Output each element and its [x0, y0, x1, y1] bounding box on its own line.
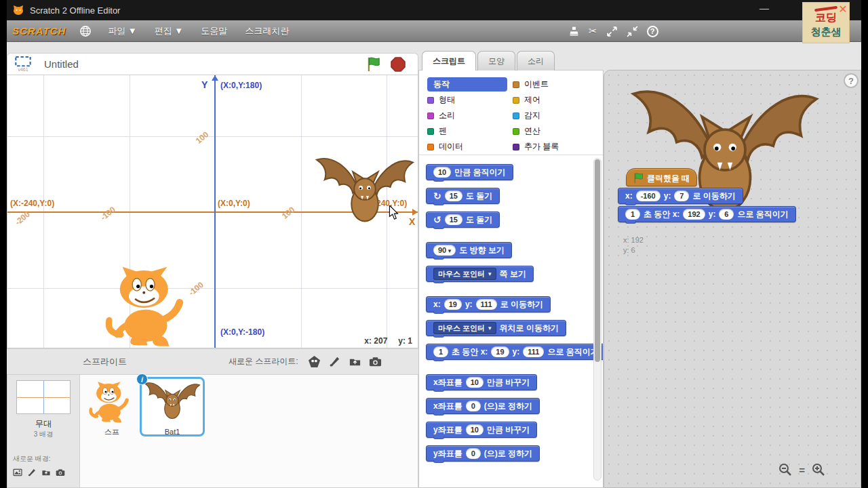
stop-button[interactable] — [391, 57, 406, 72]
category-9[interactable]: 데이터 — [427, 140, 513, 154]
block-text: 클릭했을 때 — [647, 173, 690, 184]
number-input[interactable]: 15 — [445, 190, 462, 201]
upload-backdrop-icon[interactable] — [41, 468, 51, 477]
block-change-y[interactable]: y좌표를10만큼 바꾸기 — [426, 422, 537, 438]
category-7[interactable]: 펜 — [427, 124, 513, 138]
upload-sprite-icon[interactable] — [349, 355, 361, 368]
number-input[interactable]: 7 — [674, 190, 689, 201]
sprite-info-badge[interactable]: i — [136, 373, 148, 385]
block-turn-cw[interactable]: ↻15도 돌기 — [426, 188, 500, 204]
category-color-square — [513, 144, 519, 150]
block-glide-to-xy[interactable]: 1초 동안 x:192y:6으로 움직이기 — [618, 206, 796, 222]
zoom-in-icon[interactable] — [812, 463, 825, 476]
number-dropdown[interactable]: 90 — [433, 245, 456, 256]
category-10[interactable]: 추가 블록 — [513, 140, 599, 154]
backdrop-library-icon[interactable] — [13, 468, 22, 477]
help-button[interactable]: ? — [844, 73, 859, 88]
block-group: 10만큼 움직이기↻15도 돌기↺15도 돌기 — [426, 164, 603, 228]
block-set-y[interactable]: y좌표를0(으)로 정하기 — [426, 445, 540, 462]
duplicate-stamp-icon[interactable] — [568, 26, 580, 37]
block-row: 1초 동안 x:19y:111으로 움직이기 — [426, 344, 603, 360]
scrollbar-thumb[interactable] — [595, 159, 600, 362]
project-title[interactable]: Untitled — [44, 58, 79, 70]
menu-item-4[interactable]: 스크래치란 — [238, 22, 296, 40]
scripts-area[interactable]: x: 192 y: 6 클릭했을 때x:-160y:7로 이동하기1초 동안 x… — [604, 70, 861, 488]
sprite-thumbnail-bat-selected[interactable]: i Bat1 — [140, 377, 205, 436]
category-5[interactable]: 소리 — [427, 108, 513, 123]
stage-sprite-cat[interactable] — [101, 265, 199, 348]
tab-1[interactable]: 스크립트 — [422, 51, 476, 70]
category-8[interactable]: 연산 — [513, 124, 599, 138]
minimize-button[interactable]: — — [755, 3, 773, 14]
number-input[interactable]: 6 — [719, 209, 734, 220]
number-input[interactable]: 192 — [683, 209, 705, 220]
menu-item-3[interactable]: 도움말 — [194, 22, 234, 40]
close-button[interactable]: ✕ — [834, 3, 852, 16]
stage-thumbnail[interactable] — [16, 380, 71, 414]
category-6[interactable]: 감지 — [513, 108, 599, 123]
paintbrush-icon[interactable] — [27, 468, 37, 477]
stage-sprite-bat[interactable] — [311, 151, 418, 232]
block-text: 만큼 바꾸기 — [487, 424, 530, 436]
dropdown-select[interactable]: 마우스 포인터 — [433, 268, 496, 280]
grow-icon[interactable] — [606, 26, 618, 37]
number-input[interactable]: 10 — [466, 424, 484, 435]
zoom-reset-button[interactable]: = — [799, 464, 805, 476]
number-input[interactable]: 0 — [466, 401, 481, 411]
camera-icon[interactable] — [56, 468, 65, 477]
block-turn-ccw[interactable]: ↺15도 돌기 — [426, 211, 500, 228]
paintbrush-icon[interactable] — [328, 355, 341, 368]
block-change-x[interactable]: x좌표를10만큼 바꾸기 — [426, 374, 537, 390]
shrink-icon[interactable] — [627, 26, 638, 37]
number-input[interactable]: 1 — [625, 209, 640, 220]
sprite-library-icon[interactable] — [308, 355, 321, 368]
turn-cw-icon: ↻ — [433, 191, 441, 201]
gridline — [7, 288, 418, 289]
tab-3[interactable]: 소리 — [517, 51, 555, 70]
stage[interactable]: Y (X:0,Y:180) (X:-240,Y:0) (X:0,Y:0) (X:… — [7, 75, 418, 348]
zoom-out-icon[interactable] — [778, 463, 792, 476]
block-goto-target[interactable]: 마우스 포인터위치로 이동하기 — [426, 320, 566, 336]
block-row: 마우스 포인터위치로 이동하기 — [426, 320, 603, 336]
block-move-steps[interactable]: 10만큼 움직이기 — [426, 164, 513, 180]
block-help-icon[interactable]: ? — [647, 26, 658, 37]
green-flag-button[interactable] — [366, 57, 381, 72]
number-input[interactable]: 0 — [466, 448, 481, 459]
number-input[interactable]: 10 — [433, 167, 451, 178]
menu-item-1[interactable]: 파일 ▼ — [101, 22, 143, 40]
number-input[interactable]: 19 — [444, 299, 462, 310]
category-1[interactable]: 동작 — [427, 77, 507, 92]
number-input[interactable]: 19 — [491, 346, 509, 357]
number-input[interactable]: 1 — [433, 346, 448, 357]
number-input[interactable]: 111 — [523, 346, 544, 357]
tab-2[interactable]: 모양 — [477, 51, 515, 70]
category-3[interactable]: 형태 — [427, 93, 513, 107]
category-2[interactable]: 이벤트 — [513, 77, 599, 92]
palette-blocks: 10만큼 움직이기↻15도 돌기↺15도 돌기90도 방향 보기마우스 포인터쪽… — [419, 155, 603, 487]
number-input[interactable]: 10 — [466, 377, 484, 388]
palette-scrollbar[interactable] — [593, 158, 601, 481]
block-goto-xy[interactable]: x:19y:111로 이동하기 — [426, 296, 551, 312]
block-when-flag-clicked[interactable]: 클릭했을 때 — [626, 168, 697, 186]
block-glide-to-xy[interactable]: 1초 동안 x:19y:111으로 움직이기 — [426, 344, 603, 360]
language-globe-icon[interactable] — [79, 25, 92, 37]
number-input[interactable]: -160 — [636, 190, 660, 201]
script-row: 클릭했을 때 — [626, 168, 796, 186]
delete-scissors-icon[interactable]: ✂ — [589, 25, 597, 37]
stage-size-toggle[interactable]: v461 — [14, 56, 32, 72]
block-text: 도 방향 보기 — [459, 245, 505, 256]
camera-icon[interactable] — [369, 355, 382, 368]
number-input[interactable]: 111 — [476, 299, 497, 310]
block-goto-xy[interactable]: x:-160y:7로 이동하기 — [618, 188, 743, 204]
block-point-towards[interactable]: 마우스 포인터쪽 보기 — [426, 266, 534, 282]
number-input[interactable]: 15 — [445, 214, 462, 225]
menu-item-2[interactable]: 편집 ▼ — [148, 22, 190, 40]
dropdown-select[interactable]: 마우스 포인터 — [433, 322, 496, 334]
block-point-direction[interactable]: 90도 방향 보기 — [426, 242, 512, 258]
scratch-logo[interactable]: SCRATCH — [12, 25, 66, 37]
sprite-thumbnail-cat[interactable]: 스프 — [87, 379, 137, 437]
category-4[interactable]: 제어 — [513, 93, 599, 107]
block-set-x[interactable]: x좌표를0(으)로 정하기 — [426, 398, 540, 414]
stage-column: 무대 3 배경 새로운 배경: — [7, 375, 80, 487]
palette-blocks-host: 10만큼 움직이기↻15도 돌기↺15도 돌기90도 방향 보기마우스 포인터쪽… — [419, 155, 603, 462]
